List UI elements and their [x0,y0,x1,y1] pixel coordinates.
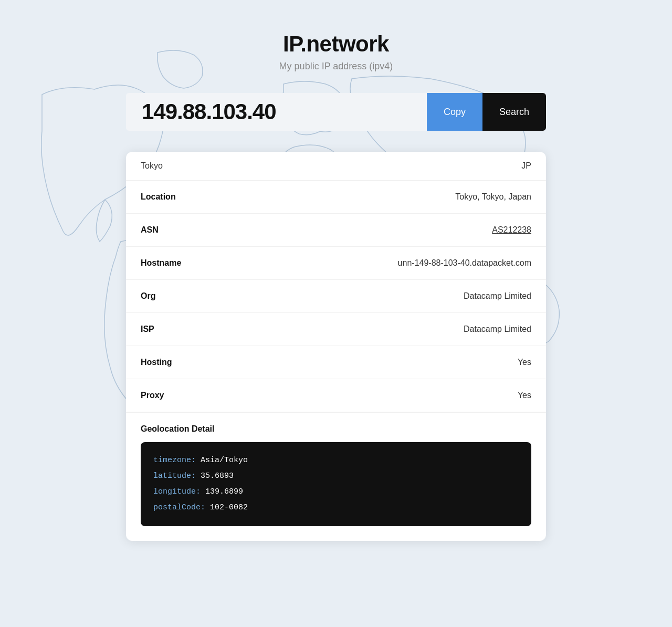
geo-key-latitude: latitude: [153,472,201,480]
value-isp: Datacamp Limited [464,325,531,334]
main-content: IP.network My public IP address (ipv4) 1… [126,32,546,541]
label-asn: ASN [141,225,159,235]
value-org: Datacamp Limited [464,291,531,301]
geo-row-longitude: longitude: 139.6899 [153,484,519,500]
value-hostname: unn-149-88-103-40.datapacket.com [398,258,531,268]
info-card: Tokyo JP Location Tokyo, Tokyo, Japan AS… [126,152,546,541]
value-hosting: Yes [518,358,531,367]
site-title: IP.network [283,32,389,57]
geo-val-latitude: 35.6893 [201,472,234,480]
label-hostname: Hostname [141,258,181,268]
label-proxy: Proxy [141,391,164,400]
card-city: Tokyo [141,161,163,171]
row-isp: ISP Datacamp Limited [126,313,546,346]
geo-val-postal: 102-0082 [210,503,248,512]
geo-row-latitude: latitude: 35.6893 [153,468,519,484]
geo-key-longitude: longitude: [153,487,205,496]
copy-button[interactable]: Copy [427,93,482,131]
row-location: Location Tokyo, Tokyo, Japan [126,181,546,214]
geo-val-longitude: 139.6899 [205,487,243,496]
ip-address-display: 149.88.103.40 [126,93,427,131]
site-subtitle: My public IP address (ipv4) [279,61,393,72]
row-proxy: Proxy Yes [126,379,546,412]
geo-section: Geolocation Detail timezone: Asia/Tokyo … [126,412,546,541]
row-hostname: Hostname unn-149-88-103-40.datapacket.co… [126,247,546,280]
geo-title: Geolocation Detail [141,424,531,434]
ip-bar: 149.88.103.40 Copy Search [126,93,546,131]
geo-code-block: timezone: Asia/Tokyo latitude: 35.6893 l… [141,442,531,526]
card-country: JP [521,161,531,171]
geo-key-timezone: timezone: [153,456,201,465]
label-isp: ISP [141,325,154,334]
label-org: Org [141,291,155,301]
value-proxy: Yes [518,391,531,400]
geo-row-timezone: timezone: Asia/Tokyo [153,453,519,468]
value-location: Tokyo, Tokyo, Japan [455,192,531,202]
row-hosting: Hosting Yes [126,346,546,379]
card-header: Tokyo JP [126,152,546,181]
row-org: Org Datacamp Limited [126,280,546,313]
label-hosting: Hosting [141,358,172,367]
row-asn: ASN AS212238 [126,214,546,247]
geo-val-timezone: Asia/Tokyo [201,456,248,465]
label-location: Location [141,192,176,202]
value-asn[interactable]: AS212238 [492,225,531,235]
geo-row-postal: postalCode: 102-0082 [153,500,519,516]
search-button[interactable]: Search [482,93,546,131]
geo-key-postal: postalCode: [153,503,210,512]
